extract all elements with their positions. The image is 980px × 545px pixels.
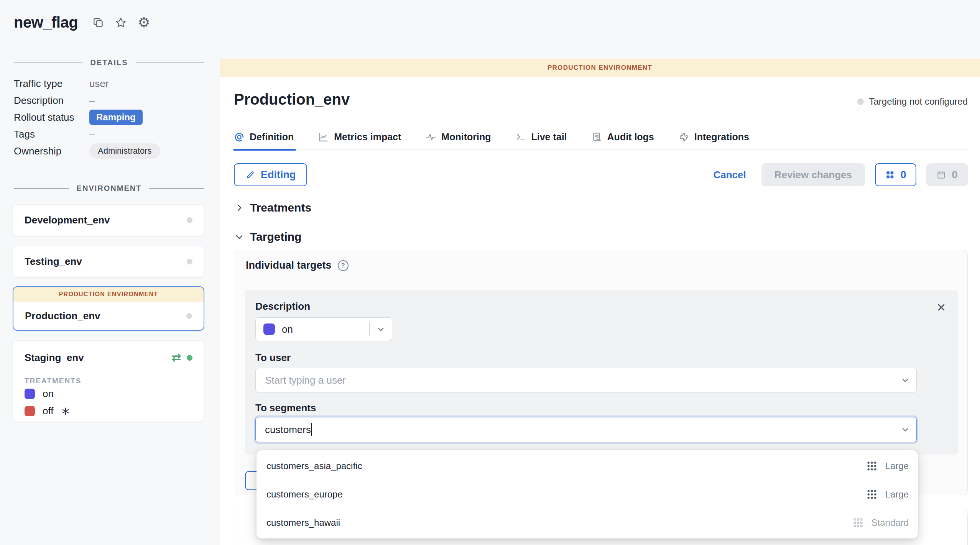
- individual-target-panel: Description on To user: [245, 290, 958, 455]
- status-dot-gray: [187, 217, 192, 223]
- tab-bar: Definition Metrics impact Monitoring: [234, 131, 968, 150]
- scheduled-changes-button[interactable]: 0: [926, 163, 968, 186]
- env-name: Development_env: [25, 214, 110, 226]
- treatment-swatch-off: [25, 406, 35, 416]
- segment-size-label: Large: [885, 489, 909, 500]
- targeting-section-label: Targeting: [250, 230, 301, 243]
- detail-label: Description: [14, 95, 89, 107]
- to-segments-label: To segments: [255, 402, 316, 414]
- tab-monitoring[interactable]: Monitoring: [426, 131, 491, 143]
- main-panel: PRODUCTION ENVIRONMENT Production_env Ta…: [220, 59, 980, 545]
- rollout-status-badge: Ramping: [89, 110, 143, 125]
- to-segments-input-value[interactable]: customers: [256, 424, 311, 436]
- divider: [149, 188, 204, 189]
- review-changes-button[interactable]: Review changes: [761, 163, 865, 186]
- tab-metrics-impact[interactable]: Metrics impact: [318, 131, 401, 143]
- edit-toolbar: Editing Cancel Review changes 0: [234, 163, 968, 187]
- treatment-swatch-on: [263, 323, 275, 335]
- definition-icon: [234, 132, 245, 143]
- targeting-status: Targeting not configured: [857, 96, 968, 107]
- pending-changes-button[interactable]: 0: [875, 163, 916, 186]
- environment-section-heading: ENVIRONMENT: [14, 184, 204, 193]
- to-segments-field[interactable]: customers: [255, 417, 917, 442]
- to-user-field[interactable]: [255, 368, 917, 392]
- env-card-development[interactable]: Development_env: [13, 204, 204, 236]
- page-title: Production_env: [234, 91, 350, 108]
- env-card-staging[interactable]: Staging_env ⇄ TREATMENTS on off: [13, 340, 204, 422]
- close-icon[interactable]: [934, 300, 948, 315]
- standard-segment-grid-icon: [852, 517, 864, 529]
- tab-integrations[interactable]: Integrations: [679, 131, 749, 143]
- to-user-input[interactable]: [256, 368, 894, 392]
- segment-name: customers_europe: [266, 489, 343, 500]
- text-cursor: [311, 423, 312, 436]
- env-name: Testing_env: [25, 256, 82, 268]
- editing-label: Editing: [261, 169, 296, 181]
- large-segment-grid-icon: [866, 460, 878, 472]
- tab-label: Monitoring: [441, 131, 491, 143]
- environment-heading-label: ENVIRONMENT: [77, 184, 142, 193]
- detail-row-tags: Tags –: [14, 126, 204, 143]
- chevron-down-icon[interactable]: [894, 425, 916, 434]
- chevron-down-icon[interactable]: [370, 325, 392, 334]
- env-card-production[interactable]: PRODUCTION ENVIRONMENT Production_env: [13, 286, 204, 331]
- tab-label: Definition: [250, 131, 294, 143]
- targeting-status-label: Targeting not configured: [869, 96, 968, 107]
- live-tail-icon: [515, 132, 526, 143]
- status-dot-green: [187, 355, 192, 361]
- treatment-swatch-on: [25, 389, 35, 399]
- tab-definition[interactable]: Definition: [234, 131, 294, 143]
- divider: [14, 62, 82, 63]
- chevron-down-icon[interactable]: [894, 376, 916, 385]
- treatments-section-label: Treatments: [250, 201, 311, 214]
- pending-changes-count: 0: [900, 169, 906, 181]
- help-icon[interactable]: ?: [338, 260, 349, 271]
- details-heading-label: DETAILS: [90, 58, 128, 67]
- targeting-section-toggle[interactable]: Targeting: [235, 230, 301, 243]
- default-treatment-asterisk-icon: [61, 407, 70, 416]
- details-section-heading: DETAILS: [14, 58, 204, 67]
- detail-label: Ownership: [14, 145, 89, 157]
- detail-value: –: [89, 95, 95, 107]
- treatment-select[interactable]: on: [255, 317, 392, 341]
- treatment-row-on: on: [25, 385, 192, 402]
- metrics-impact-icon: [318, 132, 329, 143]
- tab-live-tail[interactable]: Live tail: [515, 131, 567, 143]
- env-card-testing[interactable]: Testing_env: [13, 246, 204, 277]
- tab-label: Audit logs: [607, 131, 654, 143]
- integrations-icon: [679, 132, 689, 143]
- detail-row-traffic-type: Traffic type user: [14, 75, 204, 92]
- segment-size-label: Standard: [871, 517, 909, 528]
- detail-row-ownership: Ownership Administrators: [14, 143, 204, 159]
- details-list: Traffic type user Description – Rollout …: [14, 75, 204, 159]
- segment-option-asia-pacific[interactable]: customers_asia_pacific Large: [257, 452, 918, 480]
- audit-logs-icon: [592, 132, 602, 143]
- description-label: Description: [255, 300, 310, 312]
- divider: [136, 62, 204, 63]
- detail-label: Traffic type: [14, 78, 89, 90]
- segment-name: customers_hawaii: [266, 517, 340, 528]
- status-dot-gray: [187, 259, 192, 264]
- ownership-pill: Administrators: [89, 143, 160, 159]
- detail-row-rollout-status: Rollout status Ramping: [14, 109, 204, 126]
- segment-suggestions-dropdown: customers_asia_pacific Large customers_e…: [257, 450, 918, 538]
- status-dot-gray: [186, 313, 192, 319]
- editing-button[interactable]: Editing: [234, 163, 307, 186]
- grid-icon: [885, 170, 895, 180]
- production-environment-banner-main: PRODUCTION ENVIRONMENT: [220, 59, 980, 77]
- treatments-section-toggle[interactable]: Treatments: [235, 201, 311, 214]
- status-dot-icon: [857, 98, 864, 105]
- pencil-icon: [245, 170, 255, 180]
- detail-row-description: Description –: [14, 92, 204, 109]
- segment-option-hawaii[interactable]: customers_hawaii Standard: [257, 509, 918, 537]
- tab-label: Integrations: [694, 131, 749, 143]
- cancel-button[interactable]: Cancel: [708, 169, 751, 181]
- app-root: new_flag ⚙ DETAILS Traffic type user: [0, 0, 980, 545]
- treatment-name: on: [43, 388, 54, 400]
- treatments-heading: TREATMENTS: [25, 377, 192, 385]
- tab-audit-logs[interactable]: Audit logs: [592, 131, 654, 143]
- tab-label: Metrics impact: [334, 131, 401, 143]
- segment-option-europe[interactable]: customers_europe Large: [257, 480, 918, 509]
- individual-targets-heading: Individual targets: [246, 259, 332, 271]
- segment-size-label: Large: [885, 461, 909, 471]
